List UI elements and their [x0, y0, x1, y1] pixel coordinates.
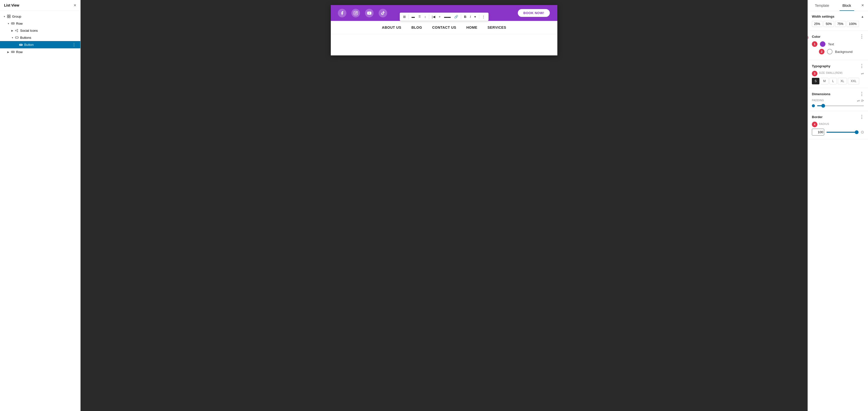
tree-item-group[interactable]: ▾ Group: [0, 13, 80, 20]
tiktok-icon[interactable]: [379, 9, 387, 18]
social-icons-row: [338, 9, 387, 18]
toolbar-align-center-btn[interactable]: +: [437, 14, 442, 20]
svg-rect-3: [9, 17, 10, 18]
color-section: 1 Color ⋮ 1 Text 2 Background: [808, 31, 868, 60]
tree-item-social-icons[interactable]: ▶ Social Icons: [0, 27, 80, 34]
floating-toolbar: ⊞ ▬ ⠿ ↕ |◀ + ▬▬ 🔗 B I ▾ ⋮: [400, 12, 489, 21]
padding-link-icon[interactable]: ⟳: [861, 99, 864, 103]
radius-link-icon[interactable]: ⊙: [861, 130, 864, 135]
padding-settings-icon[interactable]: ⇌: [857, 99, 860, 103]
size-btn-l[interactable]: L: [830, 78, 837, 84]
svg-rect-8: [20, 44, 22, 46]
size-btn-xxl[interactable]: XXL: [848, 78, 859, 84]
typography-settings-icon[interactable]: ⇌: [861, 71, 864, 76]
background-color-swatch[interactable]: [827, 49, 833, 54]
radius-label: RADIUS: [819, 123, 829, 125]
color-title: Color ⋮: [812, 34, 864, 39]
tab-block[interactable]: Block: [840, 0, 854, 11]
width-settings-chevron[interactable]: ▲: [861, 15, 864, 19]
dimensions-section: Dimensions ⋮ PADDING ⇌ ⟳: [808, 88, 868, 111]
toolbar-link-btn[interactable]: 🔗: [453, 14, 460, 20]
tab-template[interactable]: Template: [812, 0, 832, 11]
width-btn-100[interactable]: 100%: [846, 21, 859, 27]
book-now-button[interactable]: BOOK NOW!: [517, 8, 550, 18]
social-icon-icon: [14, 28, 19, 33]
tree-item-buttons[interactable]: ▾ Buttons: [0, 34, 80, 41]
social-icons-toggle-icon: ▶: [10, 28, 14, 33]
youtube-icon[interactable]: [365, 9, 374, 18]
color-text-option[interactable]: 1 Text: [812, 41, 864, 47]
svg-rect-0: [7, 15, 8, 16]
buttons-icon: [14, 35, 19, 40]
nav-services[interactable]: SERVICES: [487, 25, 506, 29]
instagram-icon[interactable]: [351, 9, 360, 18]
dimensions-more-icon[interactable]: ⋮: [860, 92, 864, 96]
width-buttons-group: 25% 50% 75% 100%: [812, 21, 864, 27]
row1-label: Row: [16, 22, 23, 25]
tree-item-row2[interactable]: ▶ Row: [0, 48, 80, 55]
button-options-icon[interactable]: ⋮: [70, 42, 78, 47]
tree-item-row1[interactable]: ▾ Row: [0, 20, 80, 27]
typography-title: Typography ⋮: [812, 64, 864, 68]
typography-label: Typography: [812, 64, 830, 68]
size-label: SIZE SMALL(REM): [819, 71, 843, 74]
toolbar-italic-btn[interactable]: I: [468, 14, 472, 20]
social-icons-label: Social Icons: [20, 29, 38, 32]
button-label: Button: [24, 43, 34, 47]
toolbar-format-dropdown-btn[interactable]: ▾: [473, 14, 477, 20]
text-color-swatch[interactable]: [820, 41, 826, 47]
buttons-toggle-icon: ▾: [10, 35, 14, 40]
tree-item-button[interactable]: Button ⋮: [0, 41, 80, 48]
size-btn-xl[interactable]: XL: [838, 78, 847, 84]
size-btn-s[interactable]: S: [812, 78, 819, 84]
toolbar-drag-btn[interactable]: ⠿: [417, 14, 423, 20]
toolbar-align-left-btn[interactable]: |◀: [430, 14, 436, 20]
color-label: Color: [812, 35, 820, 38]
toolbar-transform-btn[interactable]: ⊞: [402, 14, 407, 20]
text-color-label: Text: [828, 42, 834, 46]
padding-label: PADDING: [812, 99, 824, 102]
width-btn-50[interactable]: 50%: [824, 21, 834, 27]
padding-slider-thumb-indicator: [812, 104, 815, 107]
width-btn-75[interactable]: 75%: [835, 21, 846, 27]
border-label: Border: [812, 115, 823, 119]
nav-blog[interactable]: BLOG: [411, 25, 422, 29]
size-btn-m[interactable]: M: [820, 78, 829, 84]
radius-slider[interactable]: [826, 132, 859, 133]
toolbar-more-btn[interactable]: ⋮: [480, 14, 487, 20]
radius-input[interactable]: [812, 129, 824, 135]
border-title: Border ⋮: [812, 115, 864, 119]
background-color-label: Background: [835, 50, 852, 54]
facebook-icon[interactable]: [338, 9, 346, 18]
color-more-icon[interactable]: ⋮: [860, 34, 864, 39]
list-view-header: List View ×: [0, 0, 80, 11]
padding-slider-row: [812, 104, 864, 107]
width-settings-label: Width settings: [812, 14, 834, 19]
dimensions-label: Dimensions: [812, 92, 831, 96]
svg-rect-9: [11, 51, 14, 53]
toolbar-align-btn[interactable]: ▬▬: [442, 14, 452, 20]
nav-home[interactable]: HOME: [466, 25, 477, 29]
group-toggle-icon: ▾: [2, 14, 6, 19]
left-panel-close-button[interactable]: ×: [73, 3, 76, 7]
padding-slider[interactable]: [817, 105, 864, 106]
radius-row: PX ⊙: [812, 129, 864, 136]
right-panel-close-button[interactable]: ×: [861, 3, 864, 8]
border-more-icon[interactable]: ⋮: [860, 115, 864, 119]
buttons-label: Buttons: [20, 36, 31, 39]
size-buttons-group: S M L XL XXL: [812, 78, 864, 84]
nav-about-us[interactable]: ABOUT US: [382, 25, 401, 29]
width-settings-section: Width settings ▲ 25% 50% 75% 100%: [808, 11, 868, 31]
row2-icon: [10, 50, 15, 54]
toolbar-inline-btn[interactable]: ▬: [410, 14, 416, 20]
group-icon: [6, 14, 11, 19]
row1-toggle-icon: ▾: [6, 21, 10, 26]
canvas-wrapper: ⊞ ▬ ⠿ ↕ |◀ + ▬▬ 🔗 B I ▾ ⋮: [81, 0, 808, 411]
svg-point-14: [356, 12, 357, 12]
toolbar-move-btn[interactable]: ↕: [423, 14, 428, 20]
toolbar-bold-btn[interactable]: B: [462, 14, 468, 20]
typography-more-icon[interactable]: ⋮: [860, 64, 864, 68]
width-btn-25[interactable]: 25%: [812, 21, 823, 27]
nav-contact-us[interactable]: CONTACT US: [432, 25, 456, 29]
color-background-option[interactable]: 2 Background: [819, 49, 864, 54]
